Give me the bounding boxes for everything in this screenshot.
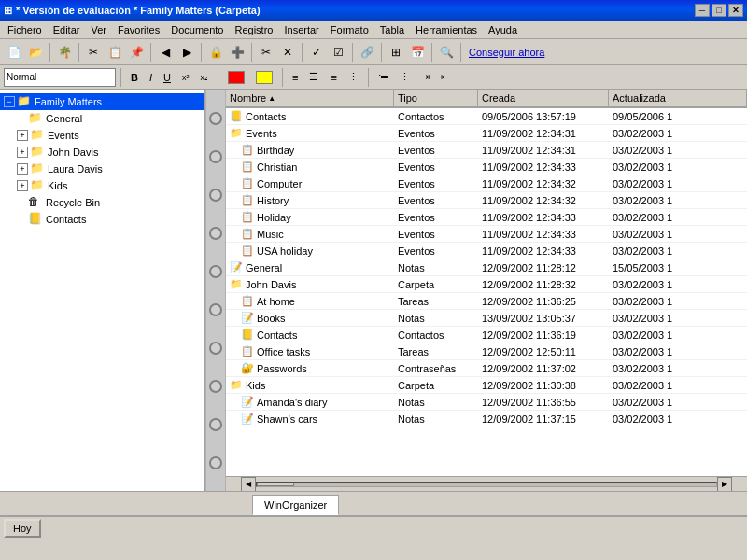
forward-button[interactable]: ▶ [176, 42, 197, 63]
align-right-button[interactable]: ≡ [326, 68, 341, 87]
list-row[interactable]: 📝 General Notas 12/09/2002 11:28:12 15/0… [226, 259, 747, 276]
expand-events[interactable]: + [17, 130, 28, 141]
sep8 [381, 43, 382, 62]
cell-tipo: Notas [394, 262, 478, 273]
tab-win-organizer[interactable]: WinOrganizer [252, 495, 339, 515]
list-row[interactable]: 📁 John Davis Carpeta 12/09/2002 11:28:32… [226, 276, 747, 293]
list-row[interactable]: 📋 Computer Eventos 11/09/2002 12:34:32 0… [226, 175, 747, 192]
list-row[interactable]: 📋 USA holiday Eventos 11/09/2002 12:34:3… [226, 243, 747, 259]
cut-button[interactable]: ✂ [83, 42, 104, 63]
align-center-button[interactable]: ☰ [304, 68, 324, 87]
list-row[interactable]: 📁 Events Eventos 11/09/2002 12:34:31 03/… [226, 125, 747, 142]
scroll-right-button[interactable]: ▶ [717, 477, 732, 492]
indent-button[interactable]: ⇥ [416, 68, 434, 87]
cell-tipo: Carpeta [394, 380, 478, 391]
menu-editar[interactable]: Editar [48, 22, 86, 37]
open-button[interactable]: 📂 [25, 42, 46, 63]
tree-item-recycle-bin[interactable]: 🗑 Recycle Bin [0, 194, 204, 211]
tree-item-contacts[interactable]: 📒 Contacts [0, 211, 204, 228]
menu-ver[interactable]: Ver [85, 22, 112, 37]
tree-item-john-davis[interactable]: + 📁 John Davis [0, 144, 204, 161]
list-row[interactable]: 📋 Christian Eventos 11/09/2002 12:34:33 … [226, 159, 747, 175]
check-button[interactable]: ✓ [306, 42, 327, 63]
menu-tabla[interactable]: Tabla [374, 22, 410, 37]
menu-formato[interactable]: Formato [325, 22, 374, 37]
menu-documento[interactable]: Documento [165, 22, 229, 37]
justify-button[interactable]: ⋮ [344, 68, 363, 87]
find-button[interactable]: 🔍 [436, 42, 457, 63]
scrollbar-thumb[interactable] [257, 483, 294, 486]
col-header-nombre[interactable]: Nombre ▲ [226, 90, 394, 106]
bullet-list-button[interactable]: ≔ [374, 68, 393, 87]
list-row[interactable]: 📋 Music Eventos 11/09/2002 12:34:33 03/0… [226, 226, 747, 243]
paste-button[interactable]: 📌 [126, 42, 147, 63]
scrollbar-track[interactable] [256, 482, 717, 487]
cell-nombre: 📁 Events [226, 127, 394, 139]
row-icon: 📋 [241, 245, 254, 257]
menu-registro[interactable]: Registro [229, 22, 278, 37]
today-button[interactable]: Hoy [4, 519, 41, 538]
cell-actualizada: 03/02/2003 1 [609, 363, 747, 374]
cal-button[interactable]: 📅 [407, 42, 428, 63]
tree-item-general[interactable]: 📁 General [0, 110, 204, 127]
superscript-button[interactable]: x² [177, 68, 194, 87]
subscript-button[interactable]: x₂ [195, 68, 213, 87]
list-row[interactable]: 📋 Office tasks Tareas 12/09/2002 12:50:1… [226, 343, 747, 360]
list-row[interactable]: 📋 History Eventos 11/09/2002 12:34:32 03… [226, 192, 747, 209]
font-color-button[interactable] [223, 68, 249, 87]
menu-fichero[interactable]: Fichero [2, 22, 48, 37]
link-button[interactable]: 🔗 [357, 42, 377, 63]
outdent-button[interactable]: ⇤ [436, 68, 454, 87]
col-header-creada[interactable]: Creada [478, 90, 609, 106]
underline-button[interactable]: U [159, 68, 176, 87]
list-row[interactable]: 📋 At home Tareas 12/09/2002 11:36:25 03/… [226, 293, 747, 310]
expand-john-davis[interactable]: + [17, 147, 28, 158]
tree-item-family-matters[interactable]: − 📁 Family Matters [0, 93, 204, 110]
col-header-tipo[interactable]: Tipo [394, 90, 478, 106]
close-button[interactable]: ✕ [728, 4, 743, 17]
list-row[interactable]: 📝 Amanda's diary Notas 12/09/2002 11:36:… [226, 394, 747, 411]
list-body: 📒 Contacts Contactos 09/05/2006 13:57:19… [226, 108, 747, 476]
scissors-button[interactable]: ✂ [256, 42, 276, 63]
cell-nombre-text: Passwords [257, 363, 307, 374]
col-header-actualizada[interactable]: Actualizada [609, 90, 747, 106]
horizontal-scrollbar[interactable]: ◀ ▶ [226, 476, 747, 491]
menu-ayuda[interactable]: Ayuda [483, 22, 523, 37]
lock-button[interactable]: 🔒 [205, 42, 226, 63]
list-row[interactable]: 🔐 Passwords Contraseñas 12/09/2002 11:37… [226, 360, 747, 377]
copy-button[interactable]: 📋 [105, 42, 125, 63]
scroll-left-button[interactable]: ◀ [241, 477, 256, 492]
style-dropdown[interactable] [4, 68, 116, 87]
add-button[interactable]: ➕ [227, 42, 247, 63]
list-row[interactable]: 📝 Shawn's cars Notas 12/09/2002 11:37:15… [226, 411, 747, 427]
tree-item-laura-davis[interactable]: + 📁 Laura Davis [0, 161, 204, 177]
delete-button[interactable]: ✕ [277, 42, 298, 63]
num-list-button[interactable]: ⋮ [395, 68, 415, 87]
print-preview-button[interactable]: 🌴 [54, 42, 75, 63]
back-button[interactable]: ◀ [155, 42, 176, 63]
italic-button[interactable]: I [145, 68, 157, 87]
list-row[interactable]: 📒 Contacts Contactos 12/09/2002 11:36:19… [226, 327, 747, 343]
highlight-button[interactable] [251, 68, 277, 87]
tree-item-kids[interactable]: + 📁 Kids [0, 177, 204, 194]
list-row[interactable]: 📋 Birthday Eventos 11/09/2002 12:34:31 0… [226, 142, 747, 159]
expand-laura-davis[interactable]: + [17, 163, 28, 175]
bold-button[interactable]: B [126, 68, 143, 87]
check2-button[interactable]: ☑ [328, 42, 348, 63]
maximize-button[interactable]: □ [712, 4, 726, 17]
list-row[interactable]: 📒 Contacts Contactos 09/05/2006 13:57:19… [226, 108, 747, 125]
cell-nombre-text: Computer [257, 178, 302, 189]
list-row[interactable]: 📁 Kids Carpeta 12/09/2002 11:30:38 03/02… [226, 377, 747, 394]
align-left-button[interactable]: ≡ [288, 68, 303, 87]
tree-item-events[interactable]: + 📁 Events [0, 127, 204, 144]
list-row[interactable]: 📋 Holiday Eventos 11/09/2002 12:34:33 03… [226, 209, 747, 226]
grid-button[interactable]: ⊞ [386, 42, 406, 63]
expand-kids[interactable]: + [17, 180, 28, 191]
menu-favorites[interactable]: Favorites [112, 22, 165, 37]
expand-family-matters[interactable]: − [4, 96, 15, 107]
menu-herramientas[interactable]: Herramientas [410, 22, 483, 37]
menu-insertar[interactable]: Insertar [278, 22, 324, 37]
minimize-button[interactable]: ─ [695, 4, 710, 17]
new-button[interactable]: 📄 [4, 42, 24, 63]
list-row[interactable]: 📝 Books Notas 13/09/2002 13:05:37 03/02/… [226, 310, 747, 327]
